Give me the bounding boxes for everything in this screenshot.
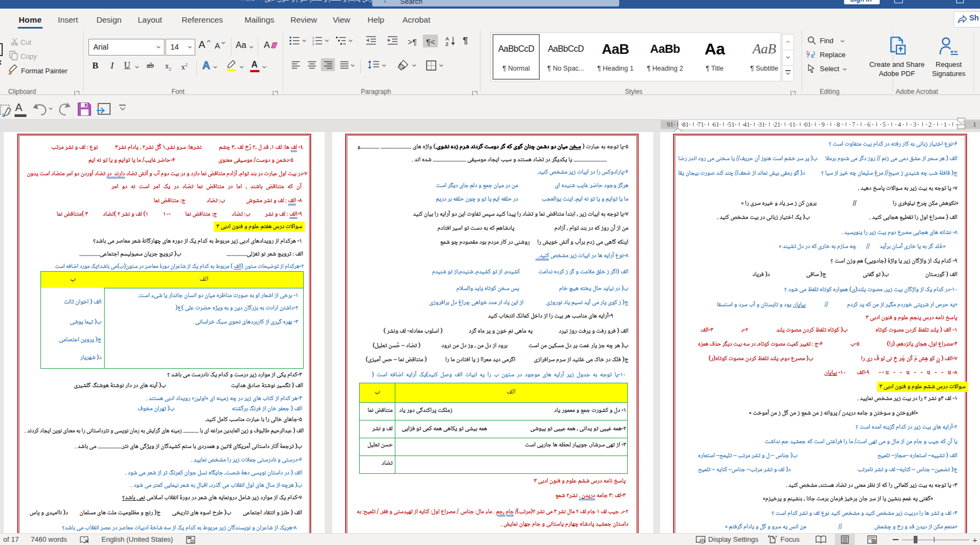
svg-text:3: 3 [312, 43, 314, 45]
svg-text:Z: Z [446, 42, 449, 46]
svg-text:c: c [811, 53, 814, 59]
svg-text:A: A [446, 36, 449, 42]
